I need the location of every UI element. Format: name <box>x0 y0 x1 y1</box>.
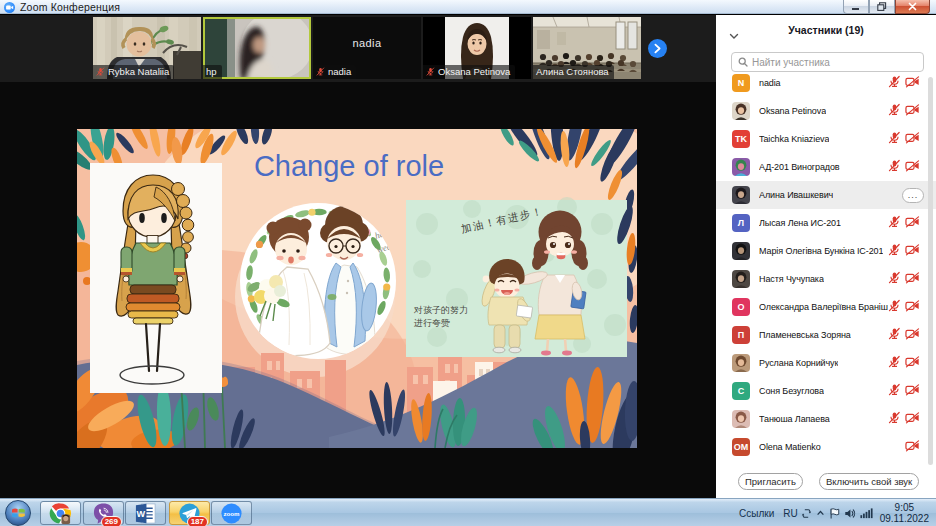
video-off-icon[interactable] <box>905 410 920 428</box>
video-tile[interactable]: nadia nadia <box>313 17 421 79</box>
chrome-icon <box>49 502 72 525</box>
participants-header: Участники (19) <box>716 15 936 51</box>
telegram-badge: 187 <box>187 516 208 526</box>
video-tile-label: Алина Стоянова <box>533 65 614 79</box>
participant-row[interactable]: АД-201 Виноградов <box>716 153 936 181</box>
participant-row[interactable]: ППламеневська Зоряна <box>716 321 936 349</box>
participant-avatar: N <box>732 74 750 92</box>
close-button[interactable] <box>895 0 930 14</box>
participant-name: Соня Безуглова <box>759 386 824 396</box>
taskbar-zoom-button[interactable]: zoom <box>211 501 252 525</box>
volume-icon[interactable] <box>844 507 856 520</box>
participants-scrollbar[interactable] <box>928 77 933 465</box>
participant-row[interactable]: ССоня Безуглова <box>716 377 936 405</box>
participant-name: nadia <box>759 78 781 88</box>
participant-avatar <box>732 354 750 372</box>
participant-row[interactable]: Настя Чучупака <box>716 265 936 293</box>
participant-row[interactable]: ООлександра Валеріївна Браніш <box>716 293 936 321</box>
video-tile-label: hp <box>203 65 222 79</box>
participant-avatar: О <box>732 298 750 316</box>
video-tile[interactable]: Rybka Nataliia <box>93 17 201 79</box>
participant-row[interactable]: Руслана Корнийчук <box>716 349 936 377</box>
minimize-button[interactable] <box>843 0 869 14</box>
participants-title: Участники (19) <box>716 24 936 36</box>
video-off-icon[interactable] <box>905 74 920 92</box>
video-tile[interactable]: hp <box>203 17 311 79</box>
mic-muted-icon[interactable] <box>888 410 901 428</box>
mic-muted-icon[interactable] <box>888 74 901 92</box>
participant-avatar <box>732 270 750 288</box>
participant-name: Лысая Лена ИС-201 <box>759 218 841 228</box>
window-controls <box>843 0 930 14</box>
participant-row[interactable]: OMOlena Matienko <box>716 433 936 461</box>
language-bar-icon[interactable] <box>801 507 812 520</box>
participant-row[interactable]: Nnadia <box>716 69 936 97</box>
shared-screen-slide: Change of role <box>77 129 637 448</box>
participant-avatar: Л <box>732 214 750 232</box>
taskbar-chrome-button[interactable] <box>40 501 81 525</box>
network-icon[interactable] <box>860 507 873 519</box>
participant-avatar <box>732 158 750 176</box>
participant-row[interactable]: ЛЛысая Лена ИС-201 <box>716 209 936 237</box>
zoom-app-icon <box>4 2 15 13</box>
mic-muted-icon[interactable] <box>888 382 901 400</box>
video-off-icon[interactable] <box>905 214 920 232</box>
participant-row[interactable]: Oksana Petinova <box>716 97 936 125</box>
video-off-icon[interactable] <box>905 102 920 120</box>
mic-muted-icon[interactable] <box>888 102 901 120</box>
video-off-icon[interactable] <box>905 354 920 372</box>
unmute-button[interactable]: Включить свой звук <box>819 473 919 490</box>
participants-footer: Пригласить Включить свой звук <box>716 466 936 498</box>
mic-muted-icon[interactable] <box>888 326 901 344</box>
video-off-icon[interactable] <box>905 242 920 260</box>
participant-name: Oksana Petinova <box>759 106 826 116</box>
mic-muted-icon[interactable] <box>888 242 901 260</box>
video-off-icon[interactable] <box>905 298 920 316</box>
telegram-icon: 187 <box>178 502 201 525</box>
mic-muted-icon[interactable] <box>888 214 901 232</box>
participant-row[interactable]: Танюша Лапаева <box>716 405 936 433</box>
language-indicator[interactable]: RU <box>783 508 797 519</box>
participant-name: АД-201 Виноградов <box>759 162 840 172</box>
mic-muted-icon[interactable] <box>888 158 901 176</box>
participants-panel: Участники (19) Nnadia Oksana Petinova TK… <box>716 15 936 498</box>
participant-name: Марія Олегівна Бункіна ІС-201 <box>759 246 883 256</box>
video-tile[interactable]: Алина Стоянова <box>533 17 641 79</box>
participant-more-button[interactable]: ... <box>902 188 924 203</box>
video-off-icon[interactable] <box>905 382 920 400</box>
participant-row[interactable]: Алина Ивашкевич... <box>716 181 936 209</box>
show-hidden-icons-button[interactable] <box>816 509 825 517</box>
video-tile[interactable]: Oksana Petinova <box>423 17 531 79</box>
meeting-stage: Rybka Nataliia hpnadia nadia Oksana Peti… <box>0 15 716 498</box>
participant-avatar <box>732 410 750 428</box>
search-input[interactable] <box>752 57 917 68</box>
video-off-icon[interactable] <box>905 158 920 176</box>
participant-row[interactable]: Марія Олегівна Бункіна ІС-201 <box>716 237 936 265</box>
links-toolbar-label[interactable]: Ссылки <box>739 508 774 519</box>
taskbar-word-button[interactable]: W <box>125 501 166 525</box>
taskbar-viber-button[interactable]: 269 <box>83 501 124 525</box>
maximize-button[interactable] <box>869 0 895 14</box>
filmstrip-next-button[interactable] <box>648 39 667 58</box>
video-off-icon[interactable] <box>905 438 920 456</box>
praise-caption-line2: 进行夸赞 <box>414 318 450 328</box>
invite-button[interactable]: Пригласить <box>738 473 803 490</box>
clock[interactable]: 9:05 09.11.2022 <box>880 502 929 524</box>
participant-name: Olena Matienko <box>759 442 821 452</box>
start-button[interactable] <box>5 500 31 526</box>
video-off-icon[interactable] <box>905 270 920 288</box>
video-tile-name: Rybka Nataliia <box>108 65 169 78</box>
mic-muted-icon[interactable] <box>888 298 901 316</box>
action-center-icon[interactable] <box>829 507 840 520</box>
mic-muted-icon[interactable] <box>888 354 901 372</box>
participant-avatar: OM <box>732 438 750 456</box>
window-titlebar: Zoom Конференция <box>0 0 936 14</box>
word-icon: W <box>134 502 157 525</box>
taskbar-telegram-button[interactable]: 187 <box>169 501 210 525</box>
mic-muted-icon[interactable] <box>888 130 901 148</box>
mic-muted-icon[interactable] <box>888 270 901 288</box>
participant-row[interactable]: TKTaichka Kniazieva <box>716 125 936 153</box>
video-off-icon[interactable] <box>905 326 920 344</box>
participant-avatar: С <box>732 382 750 400</box>
video-off-icon[interactable] <box>905 130 920 148</box>
